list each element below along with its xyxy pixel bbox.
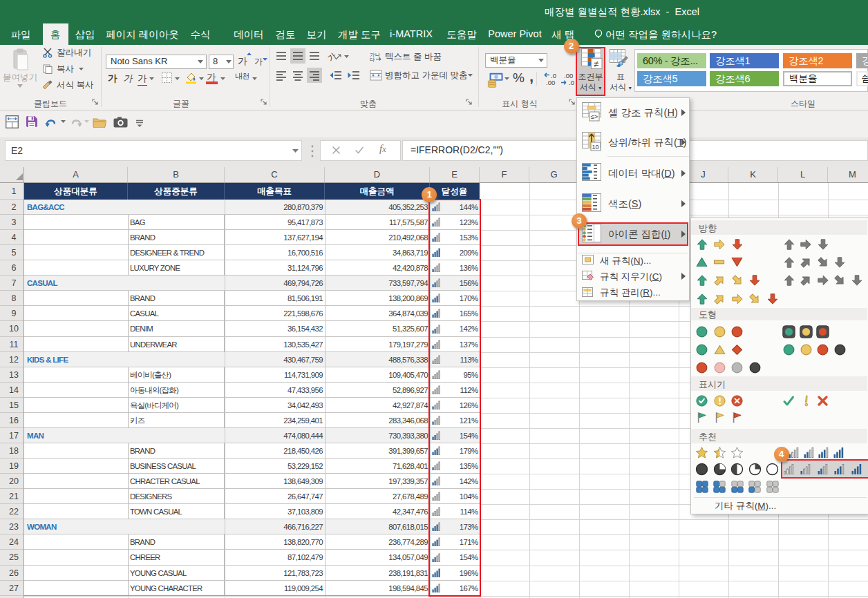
svg-text:≠: ≠	[594, 59, 598, 69]
svg-text:.00: .00	[564, 72, 573, 79]
svg-text:10: 10	[592, 144, 599, 151]
svg-text:.00: .00	[546, 79, 555, 86]
svg-text:가: 가	[328, 51, 338, 62]
svg-text:.0: .0	[569, 79, 574, 86]
svg-text:≤>: ≤>	[591, 113, 598, 120]
svg-text:다: 다	[370, 57, 375, 62]
svg-text:.0: .0	[551, 72, 556, 79]
